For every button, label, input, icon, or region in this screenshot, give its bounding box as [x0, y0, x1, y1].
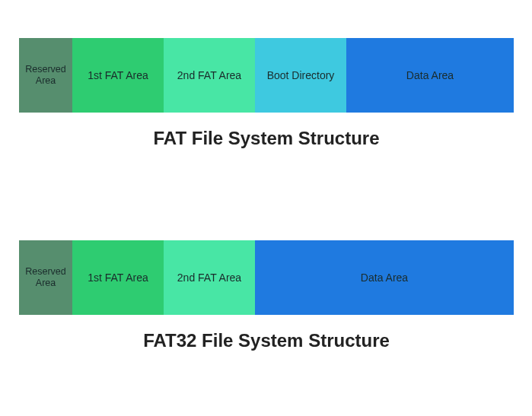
- fat-caption: FAT File System Structure: [19, 128, 514, 149]
- fat32-segment-reserved: Reserved Area: [19, 240, 72, 315]
- fat-bar-row: Reserved Area 1st FAT Area 2nd FAT Area …: [19, 38, 514, 113]
- fat-segment-fat2: 2nd FAT Area: [164, 38, 255, 113]
- fat32-caption: FAT32 File System Structure: [19, 330, 514, 351]
- fat-segment-data: Data Area: [346, 38, 514, 113]
- fat32-segment-data: Data Area: [255, 240, 514, 315]
- fat-segment-reserved: Reserved Area: [19, 38, 72, 113]
- fat32-bar-row: Reserved Area 1st FAT Area 2nd FAT Area …: [19, 240, 514, 315]
- fat32-diagram: Reserved Area 1st FAT Area 2nd FAT Area …: [19, 240, 513, 351]
- fat32-segment-fat1: 1st FAT Area: [72, 240, 164, 315]
- fat32-segment-fat2: 2nd FAT Area: [164, 240, 255, 315]
- fat-segment-bootdir: Boot Directory: [255, 38, 346, 113]
- fat-segment-fat1: 1st FAT Area: [72, 38, 164, 113]
- spacer: [19, 187, 513, 218]
- fat-diagram: Reserved Area 1st FAT Area 2nd FAT Area …: [19, 38, 513, 149]
